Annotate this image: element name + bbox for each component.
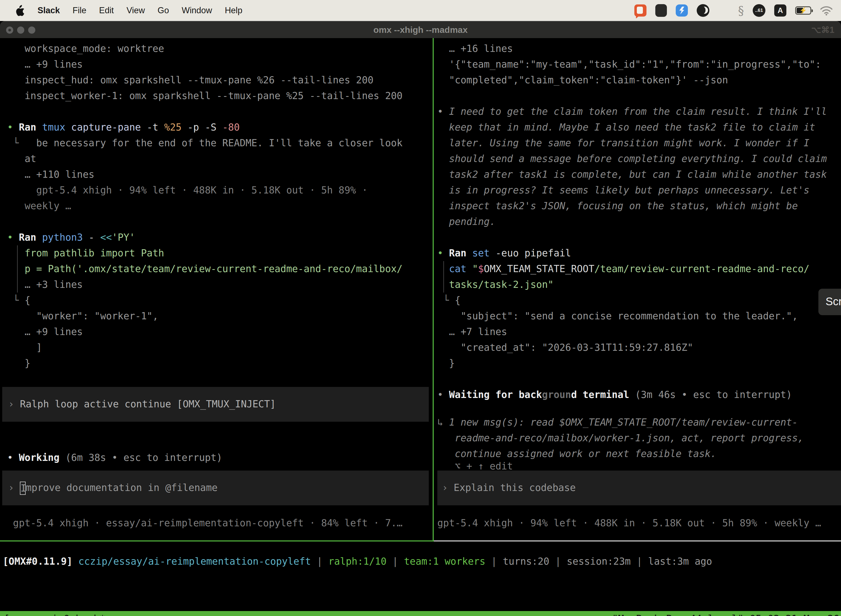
text-segment: ] (7, 342, 42, 353)
terminal-line: "subject": "send a concise recommendatio… (437, 308, 841, 324)
text-segment: } (437, 358, 455, 369)
text-segment: • (7, 122, 19, 133)
blue-badge-icon[interactable] (676, 4, 688, 16)
text-segment: • (7, 232, 19, 243)
window-titlebar: omx --xhigh --madmax ⌥⌘1 (0, 21, 841, 38)
menu-item-edit[interactable]: Edit (99, 6, 114, 15)
text-segment: } (7, 358, 30, 369)
text-segment: inspect_hud: omx sparkshell --tmux-pane … (7, 75, 374, 85)
omx-session-time: session:23m (567, 556, 637, 567)
menu-item-window[interactable]: Window (182, 6, 212, 15)
dots-grid-icon[interactable] (718, 5, 729, 16)
spacer (437, 230, 841, 245)
spacer (0, 214, 433, 230)
screenshot-tooltip: Scre (818, 289, 841, 315)
text-segment: … +16 lines (437, 43, 513, 54)
text-segment: Ran (19, 122, 42, 133)
terminal-line: … +16 lines (437, 41, 841, 57)
text-segment: " (472, 263, 478, 274)
text-segment: '{"team_name":"my-team","task_id":"1","f… (437, 59, 821, 70)
tmux-pane-left[interactable]: workspace_mode: worktree … +9 lines insp… (0, 38, 433, 540)
terminal-line: "worker": "worker-1", (0, 308, 433, 324)
terminal-line: inspect_hud: omx sparkshell --tmux-pane … (0, 72, 433, 88)
text-segment: Ran (19, 232, 42, 243)
terminal-line: readme-and-reco/mailbox/worker-1.json, a… (437, 430, 841, 446)
menu-item-file[interactable]: File (73, 6, 86, 15)
text-segment: mprove documentation in @filename (26, 482, 217, 493)
text-segment: weekly … (7, 200, 71, 211)
text-segment: python3 (42, 232, 89, 243)
separator: | (393, 556, 404, 567)
omx-ralph-count: ralph:1/10 (328, 556, 393, 567)
menu-item-help[interactable]: Help (225, 6, 243, 15)
battery-icon[interactable]: ⚡ (795, 6, 811, 15)
terminal-line: gpt-5.4 xhigh · 94% left · 488K in · 5.1… (437, 515, 841, 531)
prompt-input-left[interactable]: › Improve documentation in @filename (2, 471, 429, 505)
text-segment: pending. (437, 216, 495, 227)
terminal-line: inspect task2's JSON, focusing on the st… (437, 198, 841, 214)
text-segment: ⌥ + ↑ edit (437, 461, 513, 472)
text-segment: "worker": "worker-1", (7, 311, 158, 321)
text-segment: d terminal (571, 389, 635, 400)
spacer (437, 88, 841, 104)
menu-bar: Slack File Edit View Go Window Help § ..… (0, 0, 841, 21)
text-segment: -p -S (188, 122, 222, 133)
terminal-line: gpt-5.4 xhigh · essay/ai-reimplementatio… (0, 515, 433, 531)
spacer (437, 403, 841, 415)
terminal-line: • Waiting for background terminal (3m 46… (437, 387, 841, 403)
text-segment: "created_at": "2026-03-31T11:59:27.816Z" (437, 342, 693, 353)
text-segment: inspect task2's JSON, focusing on the st… (437, 200, 798, 211)
text-segment: later. Using the same for transition mig… (437, 138, 810, 148)
text-segment: readme-and-reco/mailbox/worker-1.json, a… (437, 433, 804, 443)
letter-a-icon[interactable]: A (774, 4, 786, 16)
separator: | (491, 556, 503, 567)
text-segment: … +9 lines (7, 59, 83, 70)
chat-app-icon[interactable] (634, 4, 646, 16)
terminal-content: workspace_mode: worktree … +9 lines insp… (0, 38, 841, 616)
terminal-line: "completed","claim_token":"claim-token"}… (437, 72, 841, 88)
text-segment: { (25, 295, 30, 306)
text-segment: p = Path('.omx/state/team/review-current… (7, 263, 403, 274)
terminal-line: ⌥ + ↑ edit (437, 462, 841, 471)
terminal-window: omx --xhigh --madmax ⌥⌘1 workspace_mode:… (0, 21, 841, 616)
apple-menu-icon[interactable] (15, 5, 25, 16)
menu-item-view[interactable]: View (126, 6, 145, 15)
text-segment: -euo pipefail (495, 248, 571, 259)
terminal-line: gpt-5.4 xhigh · 94% left · 488K in · 5.1… (0, 182, 433, 198)
terminal-line: … +9 lines (0, 57, 433, 72)
text-segment: groun (542, 389, 571, 400)
text-segment: └ (7, 138, 36, 148)
text-segment: Waiting for back (449, 389, 542, 400)
terminal-line: └ { (437, 293, 841, 308)
menu-item-go[interactable]: Go (158, 6, 169, 15)
text-segment: › (8, 399, 20, 409)
text-segment: -80 (223, 122, 240, 133)
separator: | (555, 556, 567, 567)
pane-divider[interactable] (433, 38, 434, 541)
text-segment: task2 after task1 is complete, but can I… (437, 169, 827, 180)
keypad-shield-icon[interactable] (655, 4, 667, 17)
window-shortcut-badge: ⌥⌘1 (811, 25, 834, 35)
terminal-line: is in progress? It seems likely but perh… (437, 182, 841, 198)
terminal-line: workspace_mode: worktree (0, 41, 433, 57)
terminal-line: "created_at": "2026-03-31T11:59:27.816Z" (437, 340, 841, 355)
terminal-line: weekly … (0, 198, 433, 214)
squiggle-icon[interactable]: § (738, 4, 744, 18)
terminal-line: } (0, 355, 433, 371)
text-segment: … +110 lines (7, 169, 94, 180)
menu-item-app[interactable]: Slack (38, 6, 60, 15)
text-segment: I need to get the claim token from the c… (449, 106, 827, 117)
tmux-session-name: [omx-cczip0:bash* (0, 611, 105, 616)
text-segment: gpt-5.4 xhigh · 94% left · 488K in · 5.1… (437, 518, 821, 528)
text-segment: keep that in mind. Maybe I also need the… (437, 122, 815, 133)
tmux-pane-right[interactable]: … +16 lines '{"team_name":"my-team","tas… (437, 38, 841, 540)
text-segment: be necessary for the end of the README. … (36, 138, 403, 148)
terminal-line: tasks/task-2.json" (437, 277, 841, 293)
prompt-input-right[interactable]: › Explain this codebase (437, 471, 841, 505)
badge-61-icon[interactable]: ..61 (753, 4, 765, 17)
crescent-moon-icon[interactable] (697, 4, 709, 17)
terminal-line: should send a message before completing … (437, 151, 841, 167)
terminal-line: at (0, 151, 433, 167)
wifi-icon[interactable] (820, 6, 833, 15)
tmux-host-clock: "MacBook-Pro-44.local" 05:03 31-Mar-26 (612, 611, 841, 616)
